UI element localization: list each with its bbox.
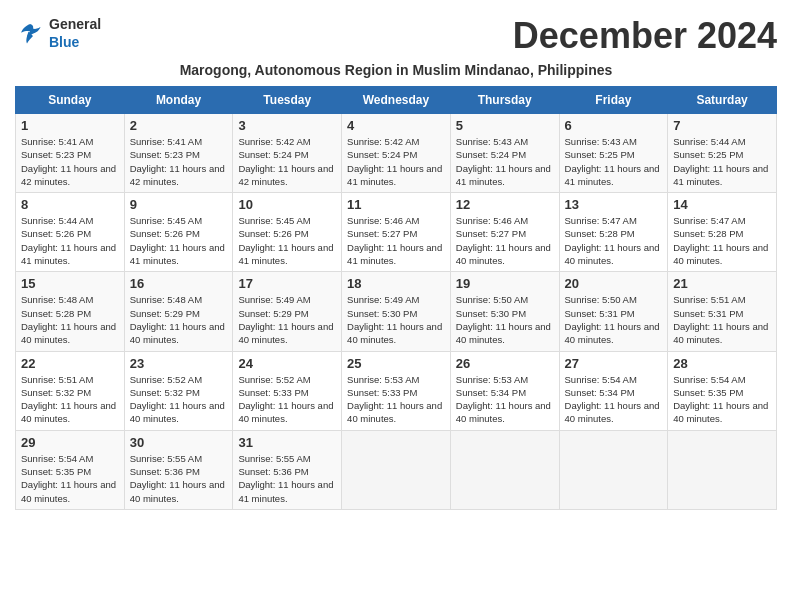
day-number: 20 [565, 276, 663, 291]
day-number: 5 [456, 118, 554, 133]
day-number: 26 [456, 356, 554, 371]
day-number: 12 [456, 197, 554, 212]
logo-blue: Blue [49, 34, 79, 50]
table-row: 5 Sunrise: 5:43 AM Sunset: 5:24 PM Dayli… [450, 114, 559, 193]
day-number: 4 [347, 118, 445, 133]
day-number: 24 [238, 356, 336, 371]
logo: General Blue [15, 15, 101, 51]
day-info: Sunrise: 5:41 AM Sunset: 5:23 PM Dayligh… [21, 135, 119, 188]
table-row: 9 Sunrise: 5:45 AM Sunset: 5:26 PM Dayli… [124, 193, 233, 272]
day-info: Sunrise: 5:50 AM Sunset: 5:30 PM Dayligh… [456, 293, 554, 346]
table-row: 19 Sunrise: 5:50 AM Sunset: 5:30 PM Dayl… [450, 272, 559, 351]
page-container: General Blue December 2024 Marogong, Aut… [15, 15, 777, 510]
day-info: Sunrise: 5:53 AM Sunset: 5:34 PM Dayligh… [456, 373, 554, 426]
col-saturday: Saturday [668, 87, 777, 114]
day-number: 27 [565, 356, 663, 371]
table-row: 4 Sunrise: 5:42 AM Sunset: 5:24 PM Dayli… [342, 114, 451, 193]
day-number: 14 [673, 197, 771, 212]
day-info: Sunrise: 5:53 AM Sunset: 5:33 PM Dayligh… [347, 373, 445, 426]
day-number: 18 [347, 276, 445, 291]
table-row: 6 Sunrise: 5:43 AM Sunset: 5:25 PM Dayli… [559, 114, 668, 193]
table-row [342, 430, 451, 509]
day-number: 17 [238, 276, 336, 291]
table-row: 10 Sunrise: 5:45 AM Sunset: 5:26 PM Dayl… [233, 193, 342, 272]
table-row [668, 430, 777, 509]
day-info: Sunrise: 5:42 AM Sunset: 5:24 PM Dayligh… [238, 135, 336, 188]
day-info: Sunrise: 5:51 AM Sunset: 5:32 PM Dayligh… [21, 373, 119, 426]
day-info: Sunrise: 5:54 AM Sunset: 5:34 PM Dayligh… [565, 373, 663, 426]
day-number: 16 [130, 276, 228, 291]
table-row: 11 Sunrise: 5:46 AM Sunset: 5:27 PM Dayl… [342, 193, 451, 272]
header: General Blue December 2024 [15, 15, 777, 57]
table-row: 8 Sunrise: 5:44 AM Sunset: 5:26 PM Dayli… [16, 193, 125, 272]
col-thursday: Thursday [450, 87, 559, 114]
table-row: 23 Sunrise: 5:52 AM Sunset: 5:32 PM Dayl… [124, 351, 233, 430]
day-number: 13 [565, 197, 663, 212]
table-row: 25 Sunrise: 5:53 AM Sunset: 5:33 PM Dayl… [342, 351, 451, 430]
day-info: Sunrise: 5:49 AM Sunset: 5:30 PM Dayligh… [347, 293, 445, 346]
table-row: 16 Sunrise: 5:48 AM Sunset: 5:29 PM Dayl… [124, 272, 233, 351]
day-number: 10 [238, 197, 336, 212]
day-info: Sunrise: 5:45 AM Sunset: 5:26 PM Dayligh… [130, 214, 228, 267]
day-number: 28 [673, 356, 771, 371]
calendar-week-row: 29 Sunrise: 5:54 AM Sunset: 5:35 PM Dayl… [16, 430, 777, 509]
table-row: 28 Sunrise: 5:54 AM Sunset: 5:35 PM Dayl… [668, 351, 777, 430]
day-info: Sunrise: 5:44 AM Sunset: 5:25 PM Dayligh… [673, 135, 771, 188]
table-row: 12 Sunrise: 5:46 AM Sunset: 5:27 PM Dayl… [450, 193, 559, 272]
month-title: December 2024 [513, 15, 777, 57]
table-row: 20 Sunrise: 5:50 AM Sunset: 5:31 PM Dayl… [559, 272, 668, 351]
table-row: 21 Sunrise: 5:51 AM Sunset: 5:31 PM Dayl… [668, 272, 777, 351]
table-row: 17 Sunrise: 5:49 AM Sunset: 5:29 PM Dayl… [233, 272, 342, 351]
calendar-header-row: Sunday Monday Tuesday Wednesday Thursday… [16, 87, 777, 114]
table-row: 22 Sunrise: 5:51 AM Sunset: 5:32 PM Dayl… [16, 351, 125, 430]
day-number: 9 [130, 197, 228, 212]
day-info: Sunrise: 5:47 AM Sunset: 5:28 PM Dayligh… [673, 214, 771, 267]
day-number: 8 [21, 197, 119, 212]
col-monday: Monday [124, 87, 233, 114]
calendar-week-row: 22 Sunrise: 5:51 AM Sunset: 5:32 PM Dayl… [16, 351, 777, 430]
day-number: 11 [347, 197, 445, 212]
calendar-table: Sunday Monday Tuesday Wednesday Thursday… [15, 86, 777, 510]
day-info: Sunrise: 5:47 AM Sunset: 5:28 PM Dayligh… [565, 214, 663, 267]
table-row [450, 430, 559, 509]
day-info: Sunrise: 5:55 AM Sunset: 5:36 PM Dayligh… [130, 452, 228, 505]
table-row: 18 Sunrise: 5:49 AM Sunset: 5:30 PM Dayl… [342, 272, 451, 351]
day-number: 6 [565, 118, 663, 133]
day-number: 30 [130, 435, 228, 450]
day-number: 7 [673, 118, 771, 133]
table-row: 7 Sunrise: 5:44 AM Sunset: 5:25 PM Dayli… [668, 114, 777, 193]
col-friday: Friday [559, 87, 668, 114]
calendar-week-row: 15 Sunrise: 5:48 AM Sunset: 5:28 PM Dayl… [16, 272, 777, 351]
table-row: 2 Sunrise: 5:41 AM Sunset: 5:23 PM Dayli… [124, 114, 233, 193]
day-info: Sunrise: 5:51 AM Sunset: 5:31 PM Dayligh… [673, 293, 771, 346]
day-info: Sunrise: 5:44 AM Sunset: 5:26 PM Dayligh… [21, 214, 119, 267]
day-info: Sunrise: 5:52 AM Sunset: 5:33 PM Dayligh… [238, 373, 336, 426]
day-info: Sunrise: 5:42 AM Sunset: 5:24 PM Dayligh… [347, 135, 445, 188]
table-row: 27 Sunrise: 5:54 AM Sunset: 5:34 PM Dayl… [559, 351, 668, 430]
logo-general: General [49, 16, 101, 32]
table-row: 14 Sunrise: 5:47 AM Sunset: 5:28 PM Dayl… [668, 193, 777, 272]
day-number: 25 [347, 356, 445, 371]
day-number: 1 [21, 118, 119, 133]
table-row: 13 Sunrise: 5:47 AM Sunset: 5:28 PM Dayl… [559, 193, 668, 272]
col-wednesday: Wednesday [342, 87, 451, 114]
day-info: Sunrise: 5:43 AM Sunset: 5:25 PM Dayligh… [565, 135, 663, 188]
day-info: Sunrise: 5:48 AM Sunset: 5:29 PM Dayligh… [130, 293, 228, 346]
day-info: Sunrise: 5:49 AM Sunset: 5:29 PM Dayligh… [238, 293, 336, 346]
day-info: Sunrise: 5:52 AM Sunset: 5:32 PM Dayligh… [130, 373, 228, 426]
day-number: 23 [130, 356, 228, 371]
day-info: Sunrise: 5:43 AM Sunset: 5:24 PM Dayligh… [456, 135, 554, 188]
table-row [559, 430, 668, 509]
day-info: Sunrise: 5:45 AM Sunset: 5:26 PM Dayligh… [238, 214, 336, 267]
day-info: Sunrise: 5:46 AM Sunset: 5:27 PM Dayligh… [347, 214, 445, 267]
calendar-week-row: 1 Sunrise: 5:41 AM Sunset: 5:23 PM Dayli… [16, 114, 777, 193]
day-number: 15 [21, 276, 119, 291]
day-number: 22 [21, 356, 119, 371]
day-info: Sunrise: 5:55 AM Sunset: 5:36 PM Dayligh… [238, 452, 336, 505]
table-row: 30 Sunrise: 5:55 AM Sunset: 5:36 PM Dayl… [124, 430, 233, 509]
calendar-week-row: 8 Sunrise: 5:44 AM Sunset: 5:26 PM Dayli… [16, 193, 777, 272]
day-number: 31 [238, 435, 336, 450]
day-info: Sunrise: 5:54 AM Sunset: 5:35 PM Dayligh… [21, 452, 119, 505]
day-info: Sunrise: 5:50 AM Sunset: 5:31 PM Dayligh… [565, 293, 663, 346]
day-info: Sunrise: 5:41 AM Sunset: 5:23 PM Dayligh… [130, 135, 228, 188]
